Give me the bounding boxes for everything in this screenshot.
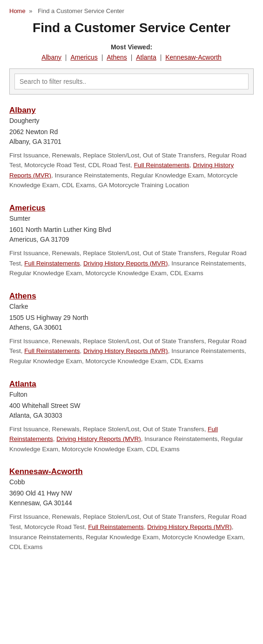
breadcrumb-separator: » [29, 7, 32, 14]
breadcrumb: Home » Find a Customer Service Center [9, 7, 254, 14]
location-services-americus: First Issuance, Renewals, Replace Stolen… [9, 248, 254, 278]
location-name-atlanta: Atlanta [9, 380, 254, 389]
location-item-albany: Albany Dougherty 2062 Newton RdAlbany, G… [9, 106, 254, 190]
location-link-atlanta[interactable]: Atlanta [9, 380, 36, 388]
most-viewed-link-albany[interactable]: Albany [41, 54, 61, 61]
location-address-athens: 1505 US Highway 29 NorthAthens, GA 30601 [9, 313, 254, 332]
location-address-atlanta: 400 Whitehall Street SWAtlanta, GA 30303 [9, 401, 254, 420]
link-driving-history-atlanta[interactable]: Driving History Reports (MVR) [56, 435, 141, 442]
separator-3: | [131, 54, 135, 61]
separator-4: | [160, 54, 164, 61]
location-item-athens: Athens Clarke 1505 US Highway 29 NorthAt… [9, 291, 254, 366]
location-item-americus: Americus Sumter 1601 North Martin Luther… [9, 203, 254, 278]
location-name-albany: Albany [9, 106, 254, 115]
link-driving-history-albany[interactable]: Driving History Reports (MVR) [9, 162, 234, 179]
location-link-americus[interactable]: Americus [9, 203, 45, 212]
location-county-atlanta: Fulton [9, 391, 254, 398]
link-driving-history-americus[interactable]: Driving History Reports (MVR) [83, 260, 168, 267]
most-viewed-link-americus[interactable]: Americus [70, 54, 97, 61]
link-full-reinstatements-americus[interactable]: Full Reinstatements [24, 260, 80, 267]
separator-1: | [65, 54, 69, 61]
location-services-albany: First Issuance, Renewals, Replace Stolen… [9, 150, 254, 190]
location-address-albany: 2062 Newton RdAlbany, GA 31701 [9, 127, 254, 147]
most-viewed-label: Most Viewed: [9, 43, 254, 51]
location-name-americus: Americus [9, 203, 254, 213]
location-county-americus: Sumter [9, 215, 254, 222]
location-services-atlanta: First Issuance, Renewals, Replace Stolen… [9, 424, 254, 454]
breadcrumb-home-link[interactable]: Home [9, 7, 26, 14]
link-full-reinstatements-kennesaw[interactable]: Full Reinstatements [88, 523, 143, 530]
location-name-athens: Athens [9, 291, 254, 301]
location-link-athens[interactable]: Athens [9, 291, 36, 300]
breadcrumb-current: Find a Customer Service Center [38, 7, 124, 14]
most-viewed-link-athens[interactable]: Athens [107, 54, 127, 61]
most-viewed-link-kennesaw[interactable]: Kennesaw-Acworth [165, 54, 222, 61]
search-input[interactable] [14, 74, 249, 89]
location-item-kennesaw: Kennesaw-Acworth Cobb 3690 Old 41 Hwy NW… [9, 467, 254, 552]
link-full-reinstatements-athens[interactable]: Full Reinstatements [24, 347, 80, 354]
search-container [9, 68, 254, 95]
location-name-kennesaw: Kennesaw-Acworth [9, 467, 254, 476]
link-driving-history-kennesaw[interactable]: Driving History Reports (MVR) [147, 523, 232, 530]
location-link-albany[interactable]: Albany [9, 106, 36, 115]
link-full-reinstatements-albany[interactable]: Full Reinstatements [134, 162, 189, 169]
location-county-kennesaw: Cobb [9, 478, 254, 486]
location-address-americus: 1601 North Martin Luther King BlvdAmeric… [9, 225, 254, 244]
location-link-kennesaw[interactable]: Kennesaw-Acworth [9, 467, 83, 476]
location-county-albany: Dougherty [9, 117, 254, 124]
location-item-atlanta: Atlanta Fulton 400 Whitehall Street SWAt… [9, 380, 254, 454]
location-county-athens: Clarke [9, 303, 254, 310]
link-driving-history-athens[interactable]: Driving History Reports (MVR) [83, 347, 168, 354]
location-services-kennesaw: First Issuance, Renewals, Replace Stolen… [9, 512, 254, 552]
location-list: Albany Dougherty 2062 Newton RdAlbany, G… [9, 106, 254, 552]
most-viewed-section: Most Viewed: Albany | Americus | Athens … [9, 43, 254, 61]
most-viewed-links: Albany | Americus | Athens | Atlanta | K… [9, 54, 254, 61]
location-address-kennesaw: 3690 Old 41 Hwy NWKennesaw, GA 30144 [9, 488, 254, 508]
most-viewed-link-atlanta[interactable]: Atlanta [136, 54, 156, 61]
location-services-athens: First Issuance, Renewals, Replace Stolen… [9, 336, 254, 366]
separator-2: | [101, 54, 105, 61]
page-title: Find a Customer Service Center [9, 20, 254, 36]
